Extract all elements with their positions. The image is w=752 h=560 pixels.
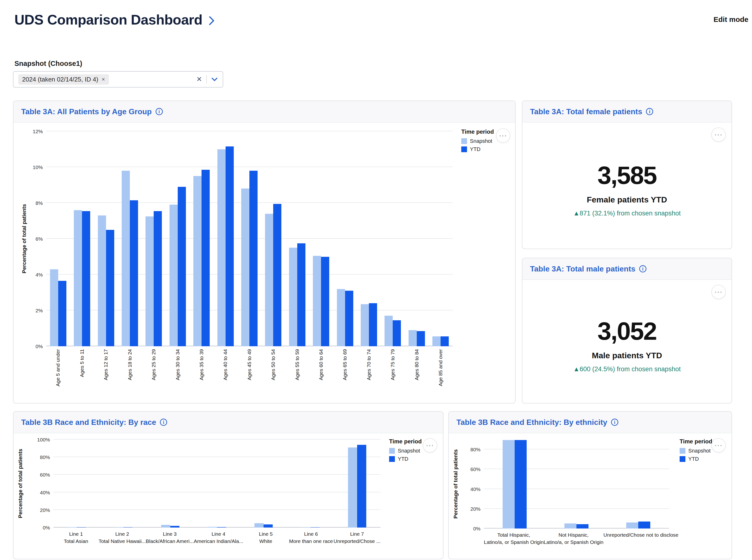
x-tick-label: Not Hispanic,Latino/a, or Spanish Origin — [544, 532, 603, 546]
card-title: Table 3B Race and Ethnicity: By ethnicit… — [456, 418, 607, 427]
x-tick-label: Line 4American Indian/Ala... — [194, 531, 243, 545]
clear-selection-icon[interactable]: ✕ — [197, 76, 202, 83]
snapshot-select[interactable]: 2024 (taken 02/14/25, ID 4) × ✕ — [13, 71, 223, 87]
bar-group — [237, 131, 261, 346]
y-tick-label: 80% — [470, 447, 480, 452]
bar-ytd — [357, 445, 366, 527]
bar-ytd — [576, 524, 589, 529]
legend-item-ytd[interactable]: YTD — [461, 146, 494, 153]
bar-snapshot — [170, 205, 178, 346]
y-tick-label: 40% — [470, 486, 480, 492]
bar-snapshot — [208, 527, 217, 527]
info-icon[interactable]: i — [156, 108, 163, 115]
x-axis-labels: Total Hispanic,Latino/a, or Spanish Orig… — [484, 532, 669, 546]
bar-ytd — [58, 281, 66, 346]
legend-label: YTD — [688, 456, 699, 462]
snapshot-swatch-icon — [389, 448, 395, 454]
bar-group — [190, 131, 213, 346]
y-tick-label: 60% — [40, 472, 50, 477]
legend-item-snapshot[interactable]: Snapshot — [679, 448, 712, 454]
chevron-right-icon[interactable] — [208, 15, 215, 26]
legend-item-ytd[interactable]: YTD — [389, 456, 422, 462]
bar-snapshot — [348, 447, 357, 527]
bar-ytd — [170, 526, 179, 527]
info-icon[interactable]: i — [160, 419, 167, 426]
info-icon[interactable]: i — [639, 265, 647, 273]
edit-mode-button[interactable]: Edit mode — [714, 15, 748, 24]
bar-group — [147, 440, 194, 527]
card-menu-button[interactable]: ⋯ — [423, 438, 437, 453]
y-axis-ticks: 0%20%40%60%80%100% — [26, 440, 50, 527]
y-tick-label: 100% — [37, 437, 50, 442]
bars — [53, 440, 380, 527]
bars — [484, 440, 669, 528]
bar-group — [381, 131, 405, 346]
bar-snapshot — [193, 176, 201, 346]
card-menu-button[interactable]: ⋯ — [711, 285, 726, 299]
bar-ytd — [263, 524, 273, 527]
card-title: Table 3A: Total female patients — [530, 107, 642, 116]
x-tick-label: Ages 65 to 69 — [333, 349, 357, 398]
chart-legend: Time period Snapshot YTD — [679, 438, 712, 464]
bar-ytd — [345, 291, 353, 346]
bars — [46, 131, 453, 346]
y-tick-label: 4% — [36, 272, 43, 277]
x-tick-label: Ages 50 to 54 — [261, 349, 285, 398]
bar-ytd — [273, 204, 281, 346]
kpi-delta: ▲871 (32.1%) from chosen snapshot — [573, 210, 681, 217]
x-tick-label: Ages 5 to 11 — [70, 349, 94, 398]
legend-item-snapshot[interactable]: Snapshot — [461, 138, 494, 144]
page-title: UDS Comparison Dashboard — [15, 12, 202, 28]
tag-remove-icon[interactable]: × — [102, 77, 105, 82]
bar-ytd — [225, 146, 234, 346]
age-group-bar-chart: 0%2%4%6%8%10%12% Age 5 and underAges 5 t… — [46, 131, 453, 346]
x-tick-label: Unreported/Chose not to disclose — [603, 532, 678, 546]
card-header: Table 3B Race and Ethnicity: By race i — [14, 412, 443, 433]
x-tick-label: Ages 25 to 29 — [142, 349, 166, 398]
legend-item-snapshot[interactable]: Snapshot — [389, 448, 422, 454]
bar-ytd — [321, 257, 329, 346]
x-axis-labels: Line 1Total AsianLine 2Total Native Hawa… — [53, 531, 380, 545]
legend-label: Snapshot — [398, 448, 420, 454]
bar-group — [334, 440, 380, 527]
bar-snapshot — [289, 248, 297, 346]
y-tick-label: 0% — [43, 525, 50, 530]
bar-ytd — [250, 171, 258, 346]
x-tick-label: Line 6More than one race — [288, 531, 334, 545]
bar-group — [484, 440, 546, 528]
y-tick-label: 8% — [36, 201, 43, 205]
kpi-value: 3,585 — [597, 161, 656, 190]
bar-group — [70, 131, 94, 346]
y-tick-label: 12% — [33, 129, 43, 134]
chart-legend: Time period Snapshot YTD — [461, 128, 494, 154]
kpi-caption: Female patients YTD — [587, 195, 667, 204]
card-menu-button[interactable]: ⋯ — [711, 127, 726, 142]
bar-ytd — [130, 200, 138, 346]
card-body: ⋯ 3,052 Male patients YTD ▲600 (24.5%) f… — [522, 280, 732, 403]
card-body: ⋯ Time period Snapshot YTD Percentage of… — [449, 433, 732, 559]
x-tick-label: Ages 30 to 34 — [166, 349, 190, 398]
bar-ytd — [369, 303, 377, 346]
bar-group — [546, 440, 608, 528]
bar-snapshot — [98, 216, 106, 346]
info-icon[interactable]: i — [646, 108, 653, 115]
legend-item-ytd[interactable]: YTD — [679, 456, 712, 462]
x-tick-label: Line 2Total Native Hawaii... — [99, 531, 146, 545]
info-icon[interactable]: i — [611, 419, 618, 426]
y-tick-label: 6% — [36, 236, 43, 241]
bar-snapshot — [254, 523, 263, 527]
bar-ytd — [154, 211, 162, 346]
bar-group — [142, 131, 166, 346]
x-tick-label: Ages 18 to 24 — [118, 349, 142, 398]
bar-ytd — [417, 331, 425, 346]
chevron-down-icon[interactable] — [211, 77, 218, 81]
y-tick-label: 20% — [40, 507, 50, 513]
x-tick-label: Age 85 and over — [429, 349, 453, 398]
card-menu-button[interactable]: ⋯ — [496, 128, 510, 143]
bar-group — [405, 131, 429, 346]
x-tick-label: Line 5White — [243, 531, 288, 545]
card-age-group: Table 3A: All Patients by Age Group i ⋯ … — [13, 100, 516, 403]
bar-group — [357, 131, 381, 346]
card-menu-button[interactable]: ⋯ — [711, 438, 726, 453]
x-axis-labels: Age 5 and underAges 5 to 11Ages 12 to 17… — [46, 349, 453, 398]
